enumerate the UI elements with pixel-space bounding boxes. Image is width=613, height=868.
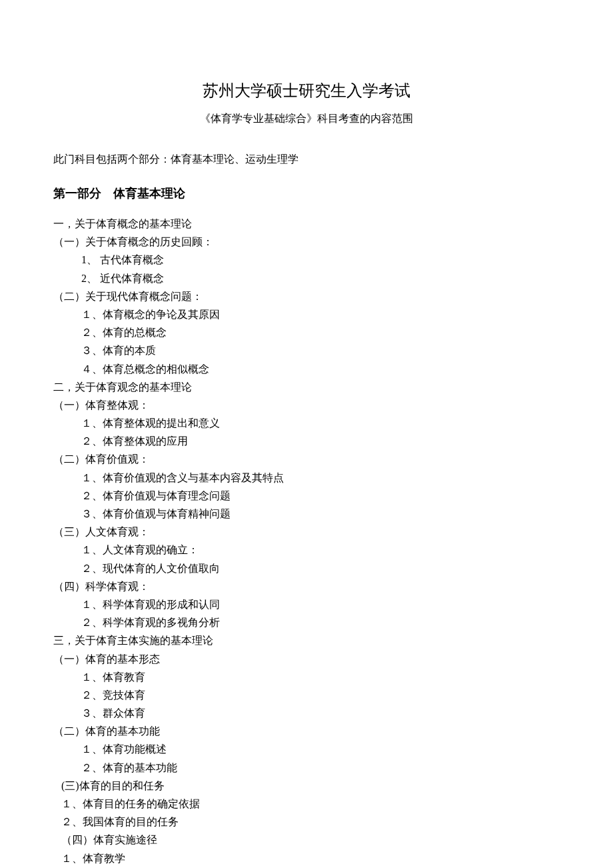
subsection-heading: （一）体育的基本形态 [53,650,560,668]
list-item: １、体育整体观的提出和意义 [53,414,560,432]
list-item: １、体育教育 [53,668,560,686]
list-item: １、体育概念的争论及其原因 [53,305,560,323]
list-item: ２、现代体育的人文价值取向 [53,559,560,577]
list-item: １、体育目的任务的确定依据 [53,795,560,813]
document-subtitle: 《体育学专业基础综合》科目考查的内容范围 [53,112,560,126]
list-item: ３、群众体育 [53,704,560,722]
list-item: ２、体育的基本功能 [53,759,560,777]
list-item: ２、科学体育观的多视角分析 [53,613,560,631]
list-item: ３、体育价值观与体育精神问题 [53,505,560,523]
list-item: ４、体育总概念的相似概念 [53,360,560,378]
section-heading: 二，关于体育观念的基本理论 [53,378,560,396]
subsection-heading: （三）人文体育观： [53,523,560,541]
subsection-heading: （四）体育实施途径 [53,831,560,849]
intro-paragraph: 此门科目包括两个部分：体育基本理论、运动生理学 [53,153,560,167]
list-item: ３、体育的本质 [53,341,560,359]
section-heading: 三，关于体育主体实施的基本理论 [53,631,560,649]
part-one-heading: 第一部分 体育基本理论 [53,185,560,201]
list-item: １、科学体育观的形成和认同 [53,595,560,613]
list-item: ２、体育价值观与体育理念问题 [53,487,560,505]
subsection-heading: (三)体育的目的和任务 [53,777,560,795]
list-item: １、体育功能概述 [53,740,560,758]
list-item: １、人文体育观的确立： [53,541,560,559]
list-item: 1、 古代体育概念 [53,251,560,269]
list-item: １、体育价值观的含义与基本内容及其特点 [53,469,560,487]
list-item: ２、体育整体观的应用 [53,432,560,450]
subsection-heading: （四）科学体育观： [53,577,560,595]
list-item: 2、 近代体育概念 [53,269,560,287]
section-heading: 一，关于体育概念的基本理论 [53,215,560,233]
document-page: 苏州大学硕士研究生入学考试 《体育学专业基础综合》科目考查的内容范围 此门科目包… [0,0,613,868]
subsection-heading: （二）体育的基本功能 [53,722,560,740]
list-item: ２、我国体育的目的任务 [53,813,560,831]
subsection-heading: （二）体育价值观： [53,450,560,468]
document-title: 苏州大学硕士研究生入学考试 [53,80,560,101]
subsection-heading: （二）关于现代体育概念问题： [53,287,560,305]
subsection-heading: （一）关于体育概念的历史回顾： [53,233,560,251]
list-item: １、体育教学 [53,849,560,867]
subsection-heading: （一）体育整体观： [53,396,560,414]
list-item: ２、竞技体育 [53,686,560,704]
list-item: ２、体育的总概念 [53,323,560,341]
